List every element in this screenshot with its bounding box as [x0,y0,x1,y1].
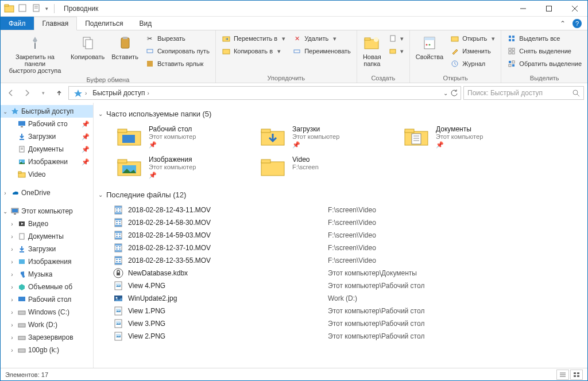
file-row[interactable]: View 2.PNGЭтот компьютер\Рабочий стол [113,330,582,343]
select-none-button[interactable]: Снять выделение [505,45,584,57]
folder-item[interactable]: ИзображенияЭтот компьютер📌 [113,153,251,181]
minimize-button[interactable] [510,1,536,17]
folder-item[interactable]: ДокументыЭтот компьютер📌 [400,123,538,151]
edit-button[interactable]: Изменить [448,45,497,57]
tree-drive-c[interactable]: ›Windows (C:) [1,306,93,318]
folder-location: Этот компьютер [436,133,483,140]
file-row[interactable]: 2018-02-28-12-43-11.MOVF:\screen\Video [113,204,582,216]
file-row[interactable]: NewDatabase.kdbxЭтот компьютер\Документы [113,267,582,279]
statusbar: Элементов: 17 [1,368,587,380]
tab-share[interactable]: Поделиться [77,17,131,30]
breadcrumb-dropdown-icon[interactable]: ⌄ [443,90,448,96]
file-path: Этот компьютер\Рабочий стол [328,282,424,290]
search-input[interactable] [463,86,584,100]
copy-to-button[interactable]: Копировать в▾ [219,45,288,57]
file-row[interactable]: View 4.PNGЭтот компьютер\Рабочий стол [113,279,582,292]
nav-back-button[interactable] [4,86,18,100]
folder-icon [17,170,26,179]
file-row[interactable]: View 3.PNGЭтот компьютер\Рабочий стол [113,317,582,330]
tree-pictures[interactable]: Изображени📌 [1,155,93,168]
history-button[interactable]: Журнал [448,58,497,69]
file-row[interactable]: 2018-02-28-14-58-30.MOVF:\screen\Video [113,216,582,229]
paste-shortcut-button[interactable]: Вставить ярлык [143,58,212,69]
breadcrumb-root-icon[interactable]: › [71,88,89,98]
folder-item[interactable]: VideoF:\screen [257,153,394,181]
invert-selection-button[interactable]: Обратить выделение [505,58,584,69]
select-all-button[interactable]: Выделить все [505,33,584,44]
close-button[interactable] [562,1,587,17]
file-row[interactable]: 2018-02-28-14-59-03.MOVF:\screen\Video [113,229,582,242]
tree-videos[interactable]: ›Видео [1,217,93,230]
help-icon[interactable]: ? [572,19,582,28]
tab-file[interactable]: Файл [1,17,34,30]
pin-button[interactable]: Закрепить на панели быстрого доступа [4,33,66,75]
delete-button[interactable]: ✕Удалить▾ [290,33,353,44]
tree-3d-objects[interactable]: ›Объемные об [1,281,93,293]
qa-save-icon[interactable] [18,3,28,14]
tree-documents2[interactable]: ›Документы [1,230,93,243]
tree-downloads2[interactable]: ›Загрузки [1,243,93,255]
new-item-button[interactable]: ▾ [386,33,406,44]
view-details-button[interactable] [556,370,569,380]
easy-access-button[interactable]: ▾ [386,45,406,57]
drive-icon [17,320,26,329]
file-row[interactable]: WinUpdate2.jpgWork (D:) [113,292,582,305]
tree-music[interactable]: ›Музыка [1,268,93,281]
file-row[interactable]: View 1.PNGЭтот компьютер\Рабочий стол [113,305,582,317]
file-name: View 2.PNG [128,332,323,340]
refresh-button[interactable] [450,89,458,97]
folder-item[interactable]: ЗагрузкиЭтот компьютер📌 [257,123,394,151]
rename-button[interactable]: Переименовать [290,45,353,57]
tree-desktop[interactable]: Рабочий сто📌 [1,118,93,130]
section-recent-files[interactable]: ⌄ Последние файлы (12) [96,187,582,204]
pin-icon: 📌 [149,141,196,149]
qa-props-icon[interactable] [32,3,42,14]
content-pane[interactable]: ⌄ Часто используемые папки (5) Рабочий с… [94,103,587,368]
file-path: F:\screen\Video [328,256,376,265]
qa-dropdown-icon[interactable]: ▾ [45,6,48,11]
tree-this-pc[interactable]: ⌄Этот компьютер [1,205,93,217]
tree-desktop2[interactable]: ›Рабочий стол [1,293,93,306]
view-icons-button[interactable] [570,370,583,380]
file-row[interactable]: 2018-02-28-12-37-10.MOVF:\screen\Video [113,242,582,254]
cut-button[interactable]: ✂Вырезать [143,33,212,44]
folder-item[interactable]: Рабочий столЭтот компьютер📌 [113,123,251,151]
tree-downloads[interactable]: Загрузки📌 [1,130,93,143]
tree-drive-100gb[interactable]: ›100gb (k:) [1,344,93,356]
tree-drive-d[interactable]: ›Work (D:) [1,318,93,331]
nav-recent-button[interactable]: ▾ [36,86,50,100]
tree-quick-access[interactable]: ⌄Быстрый доступ [1,105,93,118]
nav-forward-button[interactable] [20,86,34,100]
file-row[interactable]: 2018-02-28-12-33-55.MOVF:\screen\Video [113,254,582,267]
file-icon [113,205,123,215]
copy-path-button[interactable]: Скопировать путь [143,45,212,57]
tab-view[interactable]: Вид [131,17,160,30]
properties-button[interactable]: Свойства [413,33,446,61]
file-name: 2018-02-28-12-37-10.MOV [128,244,323,252]
tab-home[interactable]: Главная [34,17,78,30]
svg-rect-133 [574,372,576,374]
svg-rect-2 [19,5,26,11]
chevron-down-icon: ⌄ [98,111,103,117]
maximize-button[interactable] [536,1,562,17]
section-frequent-folders[interactable]: ⌄ Часто используемые папки (5) [96,106,582,123]
nav-tree[interactable]: ⌄Быстрый доступ Рабочий сто📌 Загрузки📌 Д… [1,103,94,368]
tree-onedrive[interactable]: ›OneDrive [1,186,93,199]
folder-large-icon [115,155,143,178]
breadcrumb-seg-0[interactable]: Быстрый доступ› [90,89,151,97]
nav-up-button[interactable] [52,86,66,100]
tree-drive-backup[interactable]: ›Зарезервиров [1,331,93,344]
ribbon-collapse-icon[interactable]: ⌃ [560,20,566,28]
breadcrumb[interactable]: › Быстрый доступ› ⌄ [68,86,461,100]
tree-pictures2[interactable]: ›Изображения [1,255,93,268]
open-button[interactable]: Открыть▾ [448,33,497,44]
copy-button[interactable]: Копировать [68,33,107,61]
svg-rect-34 [512,39,514,41]
tree-video[interactable]: Video [1,168,93,181]
move-to-button[interactable]: Переместить в▾ [219,33,288,44]
paste-button[interactable]: Вставить [109,33,141,61]
tree-documents[interactable]: Документы📌 [1,143,93,155]
pin-icon: 📌 [82,158,90,166]
folder-location: Этот компьютер [149,164,196,170]
new-folder-button[interactable]: Новая папка [361,33,384,68]
